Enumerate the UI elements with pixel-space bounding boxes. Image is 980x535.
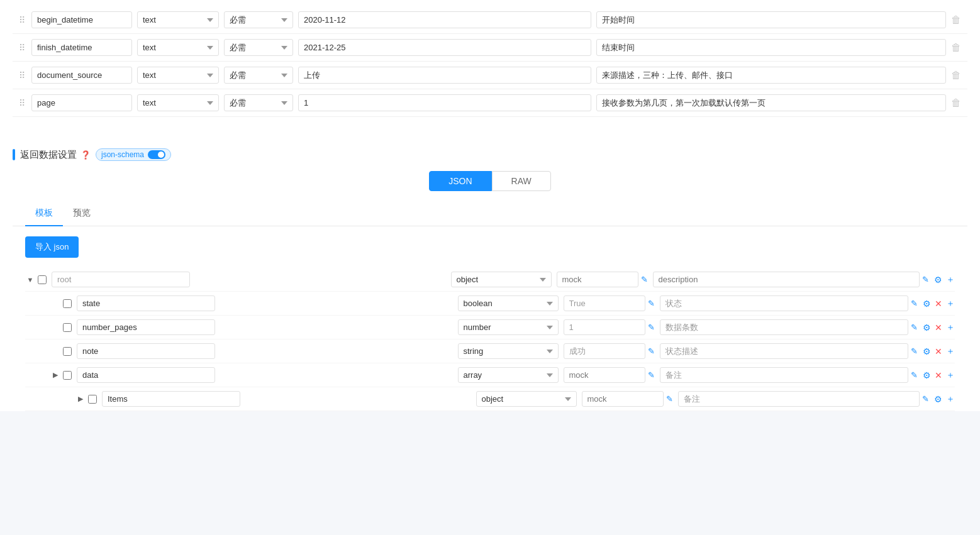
param-name-input[interactable] (31, 94, 132, 111)
edit-icon-number-pages[interactable]: ✎ (648, 323, 655, 332)
param-desc-input[interactable] (596, 39, 946, 56)
delete-icon[interactable]: 🗑 (951, 70, 961, 81)
param-name-input[interactable] (31, 67, 132, 84)
param-value-input[interactable] (298, 11, 591, 28)
schema-mock-input-root[interactable] (557, 272, 638, 287)
settings-icon-items[interactable]: ⚙ (934, 394, 942, 404)
plus-icon-data[interactable]: ＋ (946, 370, 955, 381)
schema-row-number-pages: number ✎ ✎ ⚙ ✕ ＋ (25, 316, 955, 339)
schema-checkbox-note[interactable] (63, 347, 72, 356)
schema-desc-input-data[interactable] (660, 367, 909, 383)
expand-icon-items[interactable]: ▶ (75, 394, 86, 404)
param-desc-input[interactable] (596, 11, 946, 28)
schema-checkbox-state[interactable] (63, 299, 72, 308)
schema-type-select-data[interactable]: array (458, 367, 559, 383)
edit-desc-icon-number-pages[interactable]: ✎ (911, 323, 918, 332)
param-value-input[interactable] (298, 67, 591, 84)
schema-checkbox-data[interactable] (63, 371, 72, 380)
param-required-select[interactable]: 必需 (224, 67, 293, 84)
schema-name-input-data[interactable] (77, 367, 215, 383)
format-tabs: JSON RAW (13, 171, 967, 191)
param-type-select[interactable]: text (137, 39, 219, 56)
settings-icon-data[interactable]: ⚙ (923, 370, 931, 380)
schema-name-input-root[interactable] (52, 272, 190, 287)
cross-icon-state[interactable]: ✕ (935, 299, 942, 309)
schema-mock-input-items[interactable] (582, 391, 664, 407)
schema-desc-input-number-pages[interactable] (660, 319, 909, 335)
param-row: ⠿ text 必需 🗑 (13, 34, 967, 62)
schema-type-select-state[interactable]: boolean (458, 295, 559, 311)
param-desc-input[interactable] (596, 94, 946, 111)
schema-desc-input-items[interactable] (678, 391, 920, 407)
plus-icon-note[interactable]: ＋ (946, 346, 955, 357)
edit-desc-icon-root[interactable]: ✎ (922, 275, 929, 284)
edit-icon-state[interactable]: ✎ (648, 299, 655, 308)
edit-desc-icon-state[interactable]: ✎ (911, 299, 918, 308)
tab-json[interactable]: JSON (429, 171, 491, 191)
param-type-select[interactable]: text (137, 67, 219, 84)
schema-type-select-number-pages[interactable]: number (458, 319, 559, 335)
plus-icon-root[interactable]: ＋ (946, 274, 955, 285)
param-name-input[interactable] (31, 11, 132, 28)
drag-handle-icon[interactable]: ⠿ (19, 98, 25, 108)
schema-desc-input-state[interactable] (660, 295, 909, 311)
delete-icon[interactable]: 🗑 (951, 97, 961, 109)
schema-type-select-items[interactable]: object (476, 391, 577, 407)
plus-icon-number-pages[interactable]: ＋ (946, 322, 955, 333)
schema-name-input-note[interactable] (77, 343, 215, 359)
param-value-input[interactable] (298, 94, 591, 111)
delete-icon[interactable]: 🗑 (951, 42, 961, 53)
edit-desc-icon-note[interactable]: ✎ (911, 346, 918, 356)
param-desc-input[interactable] (596, 67, 946, 84)
collapse-icon[interactable]: ▼ (25, 275, 35, 285)
schema-name-input-state[interactable] (77, 295, 215, 311)
schema-desc-input-note[interactable] (660, 343, 909, 359)
edit-icon-note[interactable]: ✎ (648, 346, 655, 356)
edit-icon-items[interactable]: ✎ (666, 394, 673, 404)
edit-desc-icon-data[interactable]: ✎ (911, 370, 918, 380)
edit-icon-data[interactable]: ✎ (648, 370, 655, 380)
schema-type-select-root[interactable]: object (451, 272, 552, 287)
expand-icon-data[interactable]: ▶ (50, 370, 60, 380)
schema-name-input-number-pages[interactable] (77, 319, 215, 335)
schema-checkbox-number-pages[interactable] (63, 323, 72, 332)
cross-icon-number-pages[interactable]: ✕ (935, 323, 942, 333)
schema-mock-input-note[interactable] (564, 343, 645, 359)
param-type-select[interactable]: text (137, 94, 219, 111)
plus-icon-state[interactable]: ＋ (946, 298, 955, 309)
schema-mock-input-state[interactable] (564, 295, 645, 311)
schema-name-input-items[interactable] (102, 391, 240, 407)
param-name-input[interactable] (31, 39, 132, 56)
tab-template[interactable]: 模板 (25, 201, 63, 226)
schema-mock-input-number-pages[interactable] (564, 319, 645, 335)
param-required-select[interactable]: 必需 (224, 94, 293, 111)
edit-icon-root[interactable]: ✎ (641, 275, 648, 284)
drag-handle-icon[interactable]: ⠿ (19, 70, 25, 80)
schema-mock-input-data[interactable] (564, 367, 645, 383)
settings-icon-root[interactable]: ⚙ (934, 275, 942, 285)
param-required-select[interactable]: 必需 (224, 11, 293, 28)
schema-checkbox-root[interactable] (38, 275, 47, 284)
settings-icon-note[interactable]: ⚙ (923, 346, 931, 356)
param-required-select[interactable]: 必需 (224, 39, 293, 56)
delete-icon[interactable]: 🗑 (951, 14, 961, 26)
param-value-input[interactable] (298, 39, 591, 56)
plus-icon-items[interactable]: ＋ (946, 394, 955, 405)
tab-preview[interactable]: 预览 (63, 201, 101, 226)
json-schema-toggle[interactable] (148, 150, 165, 159)
edit-desc-icon-items[interactable]: ✎ (922, 394, 929, 404)
schema-desc-input-root[interactable] (653, 272, 920, 287)
param-row: ⠿ text 必需 🗑 (13, 6, 967, 34)
param-type-select[interactable]: text (137, 11, 219, 28)
settings-icon-number-pages[interactable]: ⚙ (923, 323, 931, 333)
help-icon[interactable]: ❓ (81, 150, 91, 160)
cross-icon-data[interactable]: ✕ (935, 370, 942, 380)
settings-icon-state[interactable]: ⚙ (923, 299, 931, 309)
import-json-button[interactable]: 导入 json (25, 236, 79, 258)
cross-icon-note[interactable]: ✕ (935, 346, 942, 356)
drag-handle-icon[interactable]: ⠿ (19, 15, 25, 25)
tab-raw[interactable]: RAW (492, 171, 551, 191)
drag-handle-icon[interactable]: ⠿ (19, 43, 25, 53)
schema-type-select-note[interactable]: string (458, 343, 559, 359)
schema-checkbox-items[interactable] (88, 395, 97, 404)
